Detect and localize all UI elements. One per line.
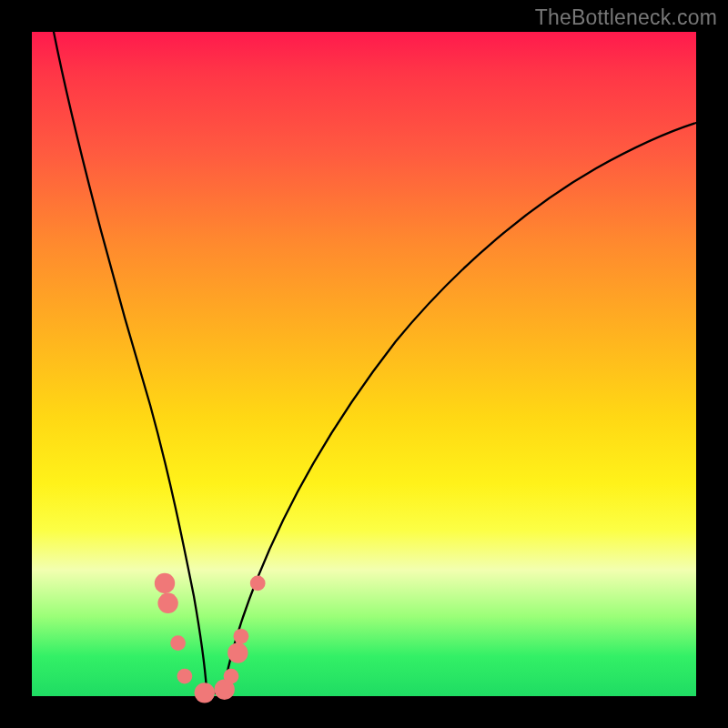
data-marker bbox=[157, 593, 177, 613]
data-marker bbox=[195, 682, 215, 703]
watermark-text: TheBottleneck.com bbox=[535, 5, 717, 30]
data-marker bbox=[170, 635, 186, 651]
bottleneck-curve bbox=[32, 32, 696, 696]
data-marker bbox=[224, 669, 239, 684]
data-marker bbox=[234, 629, 249, 644]
data-marker bbox=[250, 576, 266, 592]
data-marker bbox=[177, 669, 193, 684]
chart-frame: TheBottleneck.com bbox=[0, 0, 728, 728]
markers-group bbox=[155, 573, 266, 703]
data-marker bbox=[155, 573, 175, 593]
data-marker bbox=[228, 642, 248, 662]
curve-left bbox=[54, 32, 207, 689]
curve-right bbox=[224, 123, 696, 689]
plot-area bbox=[32, 32, 696, 696]
